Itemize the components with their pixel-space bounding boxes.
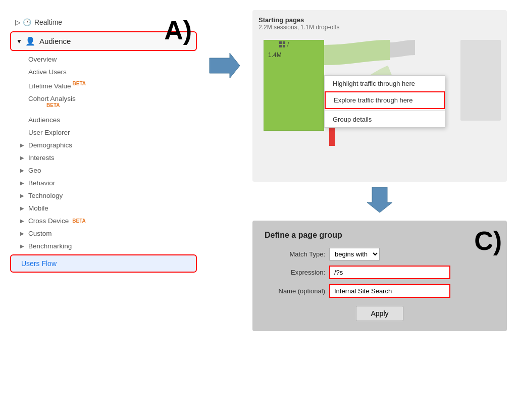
table-icon [279,41,285,47]
match-type-row: Match Type: begins with [265,248,495,260]
svg-marker-0 [210,53,240,78]
behavior-arrow-icon: ▶ [20,180,24,186]
expression-input[interactable] [329,266,450,279]
sidebar-item-cross-device[interactable]: ▶ Cross DeviceBETA [10,215,197,227]
sidebar-item-active-users[interactable]: Active Users [10,66,197,78]
interests-arrow-icon: ▶ [20,155,24,161]
custom-arrow-icon: ▶ [20,231,24,236]
match-type-select[interactable]: begins with [329,248,380,260]
svg-rect-2 [283,41,285,44]
cross-device-beta: BETA [72,218,85,224]
person-icon: 👤 [25,36,35,46]
sidebar-item-demographics[interactable]: ▶ Demographics [10,139,197,151]
clock-icon: ▷ 🕐 [15,18,31,26]
traffic-visualization: / 1.4M Highlight tra [258,35,501,151]
left-sidebar: A) ▷ 🕐 Realtime ▼ 👤 Audience Overview Ac… [10,10,197,410]
gray-traffic-block [460,40,501,121]
sidebar-item-interests[interactable]: ▶ Interests [10,151,197,164]
sidebar-item-technology[interactable]: ▶ Technology [10,189,197,202]
sidebar-item-audiences[interactable]: Audiences [10,114,197,126]
realtime-label: Realtime [34,18,62,26]
block-label: / [279,41,289,47]
expand-arrow-icon: ▼ [16,38,22,45]
context-menu-highlight[interactable]: Highlight traffic through here [325,76,445,91]
geo-arrow-icon: ▶ [20,168,24,173]
context-menu-explore[interactable]: Explore traffic through here [325,91,445,109]
demographics-arrow-icon: ▶ [20,142,24,148]
match-type-label: Match Type: [265,250,325,258]
users-flow-label: Users Flow [21,259,57,268]
expression-row: Expression: [265,266,495,279]
benchmarking-arrow-icon: ▶ [20,243,24,249]
arrow-down-indicator [252,185,507,213]
context-menu-divider [325,110,445,111]
svg-rect-3 [279,45,282,47]
label-c: C) [474,226,502,256]
label-a: A) [164,15,192,45]
right-arrow-icon [207,50,242,81]
sidebar-item-users-flow[interactable]: Users Flow [10,254,197,273]
section-b-subtitle: 2.2M sessions, 1.1M drop-offs [258,24,501,31]
svg-rect-4 [283,45,285,47]
section-c-define-group: C) Define a page group Match Type: begin… [252,221,507,331]
block-value: 1.4M [268,51,282,59]
sidebar-item-mobile[interactable]: ▶ Mobile [10,202,197,215]
sidebar-item-benchmarking[interactable]: ▶ Benchmarking [10,240,197,252]
section-b-traffic: Starting pages 2.2M sessions, 1.1M drop-… [252,10,507,182]
name-label: Name (optional) [265,287,325,295]
sidebar-item-overview[interactable]: Overview [10,53,197,66]
arrow-right-indicator [207,10,242,410]
section-b-title: Starting pages [258,16,501,24]
svg-marker-5 [367,187,392,213]
technology-arrow-icon: ▶ [20,193,24,198]
sidebar-item-lifetime-value[interactable]: Lifetime ValueBETA [10,78,197,92]
section-c-title: Define a page group [265,231,495,240]
sidebar-item-user-explorer[interactable]: User Explorer [10,126,197,139]
down-arrow-icon [365,185,395,213]
svg-rect-1 [279,41,282,44]
apply-button[interactable]: Apply [356,306,403,321]
context-menu: Highlight traffic through here Explore t… [324,75,445,128]
sidebar-item-cohort-analysis[interactable]: Cohort Analysis BETA [10,92,197,114]
sidebar-item-geo[interactable]: ▶ Geo [10,164,197,177]
mobile-arrow-icon: ▶ [20,205,24,211]
cohort-analysis-beta: BETA [46,102,60,108]
sidebar-item-behavior[interactable]: ▶ Behavior [10,177,197,189]
audience-label: Audience [39,37,71,45]
name-input[interactable] [329,284,450,298]
cross-device-arrow-icon: ▶ [20,218,24,224]
green-traffic-block: / 1.4M [264,40,324,131]
expression-label: Expression: [265,269,325,276]
context-menu-group-details[interactable]: Group details [325,112,445,127]
right-panel: B) Starting pages 2.2M sessions, 1.1M dr… [252,10,507,410]
sidebar-item-custom[interactable]: ▶ Custom [10,227,197,240]
name-row: Name (optional) [265,284,495,298]
lifetime-value-beta: BETA [73,81,86,86]
